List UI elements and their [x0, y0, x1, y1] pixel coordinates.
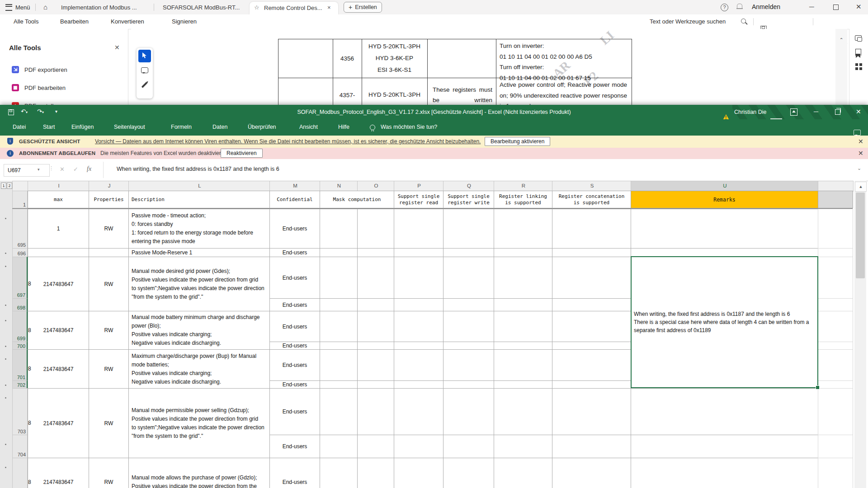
outline-level-button-2[interactable]: 2 [7, 183, 12, 189]
cell-R702[interactable] [494, 380, 552, 389]
cell-extra-698[interactable] [818, 298, 853, 311]
cell-S700[interactable] [552, 342, 631, 350]
cell-R697[interactable] [494, 257, 552, 299]
cell-P698[interactable] [394, 298, 443, 311]
cell-P705[interactable] [394, 458, 443, 488]
cell-S698[interactable] [552, 298, 631, 311]
cell-U695[interactable] [631, 209, 818, 249]
cell-N698[interactable] [320, 298, 358, 311]
cell-O700[interactable] [357, 342, 394, 350]
cell-R701[interactable] [494, 349, 552, 381]
cell-U703[interactable] [631, 388, 818, 435]
select-all-corner[interactable] [12, 181, 28, 192]
cell-extra-701[interactable] [818, 349, 853, 381]
cell-S696[interactable] [552, 248, 631, 257]
cell-O702[interactable] [357, 380, 394, 389]
header-cell-L1[interactable]: Description [128, 191, 270, 208]
cell-N696[interactable] [320, 248, 358, 257]
scrollbar-thumb[interactable] [856, 192, 865, 278]
cell-P704[interactable] [394, 435, 443, 458]
cell-P695[interactable] [394, 209, 443, 249]
cell-R704[interactable] [494, 435, 552, 458]
cell-O705[interactable] [357, 458, 394, 488]
cell-S697[interactable] [552, 257, 631, 299]
cell-R698[interactable] [494, 298, 552, 311]
cell-P701[interactable] [394, 349, 443, 381]
cell-M700[interactable]: End-users [269, 342, 320, 350]
cell-I705[interactable]: 2147483647 [28, 458, 89, 488]
cell-M697[interactable]: End-users [269, 257, 320, 299]
cell-P697[interactable] [394, 257, 443, 299]
header-cell-N1[interactable]: Mask computation [320, 191, 394, 208]
cell-U704[interactable] [631, 435, 818, 458]
cell-S705[interactable] [552, 458, 631, 488]
column-header-L[interactable]: L [128, 181, 271, 192]
row-header-705[interactable] [12, 458, 28, 488]
cell-O699[interactable] [357, 311, 394, 342]
header-cell-R1[interactable]: Register linking is supported [494, 191, 552, 208]
cell-L703[interactable]: Manual mode permissible power selling (G… [128, 388, 270, 458]
cell-Q698[interactable] [443, 298, 494, 311]
cell-I699[interactable]: 2147483647 [28, 311, 89, 350]
cell-R700[interactable] [494, 342, 552, 350]
cell-Q700[interactable] [443, 342, 494, 350]
cell-R703[interactable] [494, 388, 552, 435]
cell-Q695[interactable] [443, 209, 494, 249]
cell-O697[interactable] [357, 257, 394, 299]
cell-O698[interactable] [357, 298, 394, 311]
cell-O704[interactable] [357, 435, 394, 458]
cell-S703[interactable] [552, 388, 631, 435]
scrollbar-up-icon[interactable]: ▲ [855, 182, 867, 192]
cell-O695[interactable] [357, 209, 394, 249]
cell-I697[interactable]: 2147483647 [28, 257, 89, 311]
cell-S704[interactable] [552, 435, 631, 458]
cell-S699[interactable] [552, 311, 631, 342]
cell-P703[interactable] [394, 388, 443, 435]
cell-Q704[interactable] [443, 435, 494, 458]
cell-M701[interactable]: End-users [269, 349, 320, 381]
cell-N702[interactable] [320, 380, 358, 389]
cell-J696[interactable] [89, 248, 129, 257]
header-cell-M1[interactable]: Confidential [269, 191, 320, 208]
cell-extra-705[interactable] [818, 458, 853, 488]
cell-Q697[interactable] [443, 257, 494, 299]
row-header-700[interactable]: 700 [12, 342, 28, 350]
header-cell-P1[interactable]: Support single register read [394, 191, 443, 208]
cell-R699[interactable] [494, 311, 552, 342]
cell-Q703[interactable] [443, 388, 494, 435]
cell-L695[interactable]: Passive mode - timeout action; 0: forces… [128, 209, 270, 249]
cell-P702[interactable] [394, 380, 443, 389]
cell-U705[interactable] [631, 458, 818, 488]
cell-M703[interactable]: End-users [269, 388, 320, 435]
cell-J699[interactable]: RW [89, 311, 129, 350]
cell-N699[interactable] [320, 311, 358, 342]
cell-Q699[interactable] [443, 311, 494, 342]
row-header-701[interactable]: 701 [12, 349, 28, 381]
cell-L701[interactable]: Maximum charge/discharge power (Bup) for… [128, 349, 270, 389]
cell-L696[interactable]: Passive Mode-Reserve 1 [128, 248, 270, 257]
cell-R696[interactable] [494, 248, 552, 257]
cell-P696[interactable] [394, 248, 443, 257]
cell-extra-696[interactable] [818, 248, 853, 257]
cell-M705[interactable]: End-users [269, 458, 320, 488]
cell-M702[interactable]: End-users [269, 380, 320, 389]
column-header-Q[interactable]: Q [443, 181, 495, 192]
cell-J705[interactable]: RW [89, 458, 129, 488]
cell-M699[interactable]: End-users [269, 311, 320, 342]
column-header-J[interactable]: J [89, 181, 130, 192]
row-header-704[interactable]: 704 [12, 435, 28, 458]
column-header-M[interactable]: M [269, 181, 321, 192]
cell-L697[interactable]: Manual mode desired grid power (Gdes); P… [128, 257, 270, 311]
row-header-699[interactable]: 699 [12, 311, 28, 342]
cell-M696[interactable]: End-users [269, 248, 320, 257]
cell-R705[interactable] [494, 458, 552, 488]
cell-extra-700[interactable] [818, 342, 853, 350]
cell-P699[interactable] [394, 311, 443, 342]
column-header-R[interactable]: R [494, 181, 553, 192]
cell-O701[interactable] [357, 349, 394, 381]
cell-N700[interactable] [320, 342, 358, 350]
cell-N703[interactable] [320, 388, 358, 435]
cell-J697[interactable]: RW [89, 257, 129, 311]
row-header-703[interactable]: 703 [12, 388, 28, 435]
column-header-I[interactable]: I [28, 181, 90, 192]
